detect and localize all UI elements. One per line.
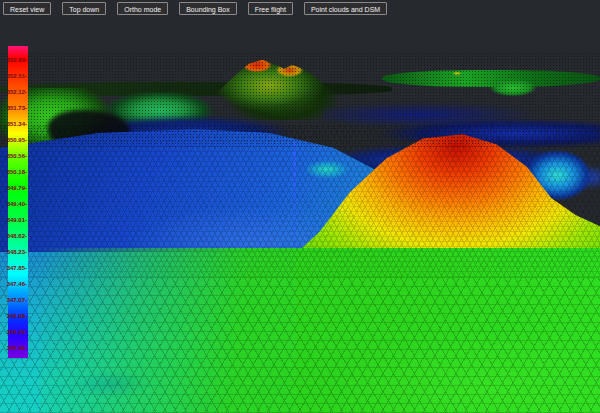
colorbar-tick-label: 348.23 — [0, 249, 27, 256]
dsm-viewer-window: 352.89352.51352.12351.73351.34350.95350.… — [0, 0, 600, 413]
viewport-3d[interactable] — [0, 0, 600, 413]
colorbar-tick-label: 347.46 — [0, 281, 27, 288]
colorbar-tick-label: 348.62 — [0, 233, 27, 240]
colorbar-tick-label: 345.90 — [0, 345, 27, 352]
colorbar-tick-label: 352.12 — [0, 89, 27, 96]
colorbar-tick-label: 350.56 — [0, 153, 27, 160]
colorbar-ticks: 352.89352.51352.12351.73351.34350.95350.… — [8, 46, 28, 358]
colorbar-tick-label: 346.68 — [0, 313, 27, 320]
point-cloud-dots-overlay — [0, 52, 600, 148]
colorbar-tick-label: 349.01 — [0, 217, 27, 224]
ortho-mode-button[interactable]: Ortho mode — [117, 2, 168, 15]
colorbar-tick-label: 347.85 — [0, 265, 27, 272]
colorbar-tick-label: 349.79 — [0, 185, 27, 192]
colorbar-tick-label: 349.40 — [0, 201, 27, 208]
colorbar-tick-label: 351.34 — [0, 121, 27, 128]
colorbar-tick-label: 350.18 — [0, 169, 27, 176]
colorbar-tick-label: 352.51 — [0, 73, 27, 80]
free-flight-button[interactable]: Free flight — [248, 2, 293, 15]
toolbar: Reset view Top down Ortho mode Bounding … — [3, 2, 398, 15]
top-down-button[interactable]: Top down — [62, 2, 106, 15]
colorbar-tick-label: 351.73 — [0, 105, 27, 112]
bounding-box-button[interactable]: Bounding Box — [179, 2, 237, 15]
colorbar-tick-label: 346.29 — [0, 329, 27, 336]
colorbar-tick-label: 350.95 — [0, 137, 27, 144]
colorbar-tick-label: 352.89 — [0, 57, 27, 64]
colorbar-tick-label: 347.07 — [0, 297, 27, 304]
wireframe-mesh-overlay-near — [0, 277, 600, 413]
point-clouds-dsm-button[interactable]: Point clouds and DSM — [304, 2, 387, 15]
reset-view-button[interactable]: Reset view — [3, 2, 51, 15]
